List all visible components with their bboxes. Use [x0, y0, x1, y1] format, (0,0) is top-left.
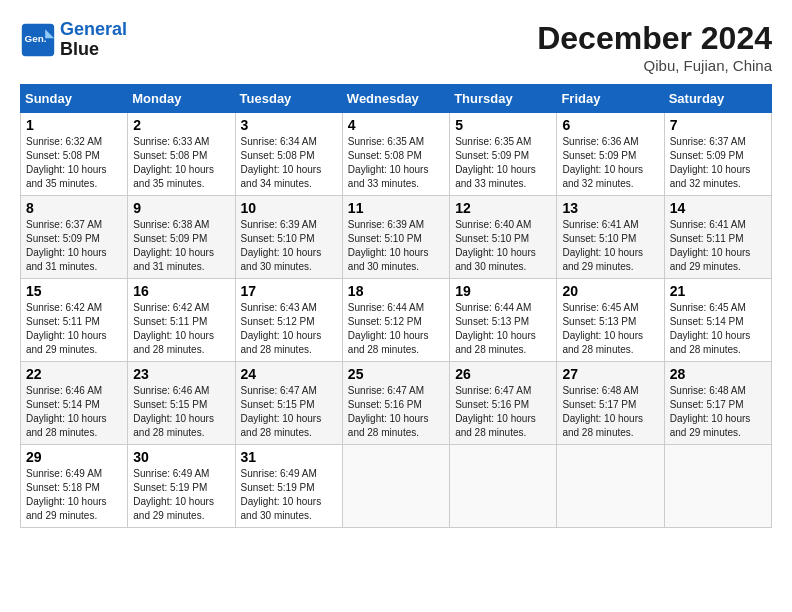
day-number: 12: [455, 200, 551, 216]
empty-cell: [450, 445, 557, 528]
day-number: 24: [241, 366, 337, 382]
calendar-day: 10 Sunrise: 6:39 AMSunset: 5:10 PMDaylig…: [235, 196, 342, 279]
day-number: 16: [133, 283, 229, 299]
day-number: 20: [562, 283, 658, 299]
day-info: Sunrise: 6:42 AMSunset: 5:11 PMDaylight:…: [26, 302, 107, 355]
day-number: 30: [133, 449, 229, 465]
calendar-day: 18 Sunrise: 6:44 AMSunset: 5:12 PMDaylig…: [342, 279, 449, 362]
day-info: Sunrise: 6:43 AMSunset: 5:12 PMDaylight:…: [241, 302, 322, 355]
day-number: 23: [133, 366, 229, 382]
day-info: Sunrise: 6:47 AMSunset: 5:16 PMDaylight:…: [348, 385, 429, 438]
calendar-day: 15 Sunrise: 6:42 AMSunset: 5:11 PMDaylig…: [21, 279, 128, 362]
calendar-day: 1 Sunrise: 6:32 AMSunset: 5:08 PMDayligh…: [21, 113, 128, 196]
day-info: Sunrise: 6:37 AMSunset: 5:09 PMDaylight:…: [670, 136, 751, 189]
day-info: Sunrise: 6:49 AMSunset: 5:19 PMDaylight:…: [133, 468, 214, 521]
day-info: Sunrise: 6:47 AMSunset: 5:15 PMDaylight:…: [241, 385, 322, 438]
calendar-day: 31 Sunrise: 6:49 AMSunset: 5:19 PMDaylig…: [235, 445, 342, 528]
day-info: Sunrise: 6:47 AMSunset: 5:16 PMDaylight:…: [455, 385, 536, 438]
calendar-day: 4 Sunrise: 6:35 AMSunset: 5:08 PMDayligh…: [342, 113, 449, 196]
calendar-day: 9 Sunrise: 6:38 AMSunset: 5:09 PMDayligh…: [128, 196, 235, 279]
day-number: 21: [670, 283, 766, 299]
day-number: 2: [133, 117, 229, 133]
day-info: Sunrise: 6:48 AMSunset: 5:17 PMDaylight:…: [670, 385, 751, 438]
day-number: 5: [455, 117, 551, 133]
calendar-day: 17 Sunrise: 6:43 AMSunset: 5:12 PMDaylig…: [235, 279, 342, 362]
day-number: 17: [241, 283, 337, 299]
calendar-day: 8 Sunrise: 6:37 AMSunset: 5:09 PMDayligh…: [21, 196, 128, 279]
day-info: Sunrise: 6:45 AMSunset: 5:14 PMDaylight:…: [670, 302, 751, 355]
day-info: Sunrise: 6:45 AMSunset: 5:13 PMDaylight:…: [562, 302, 643, 355]
day-number: 10: [241, 200, 337, 216]
logo-icon: Gen.: [20, 22, 56, 58]
calendar-table: SundayMondayTuesdayWednesdayThursdayFrid…: [20, 84, 772, 528]
day-of-week-header: Monday: [128, 85, 235, 113]
day-number: 31: [241, 449, 337, 465]
calendar-day: 20 Sunrise: 6:45 AMSunset: 5:13 PMDaylig…: [557, 279, 664, 362]
calendar-day: 11 Sunrise: 6:39 AMSunset: 5:10 PMDaylig…: [342, 196, 449, 279]
calendar-day: 6 Sunrise: 6:36 AMSunset: 5:09 PMDayligh…: [557, 113, 664, 196]
calendar-day: 30 Sunrise: 6:49 AMSunset: 5:19 PMDaylig…: [128, 445, 235, 528]
calendar-day: 16 Sunrise: 6:42 AMSunset: 5:11 PMDaylig…: [128, 279, 235, 362]
day-info: Sunrise: 6:39 AMSunset: 5:10 PMDaylight:…: [348, 219, 429, 272]
day-info: Sunrise: 6:35 AMSunset: 5:09 PMDaylight:…: [455, 136, 536, 189]
calendar-day: 7 Sunrise: 6:37 AMSunset: 5:09 PMDayligh…: [664, 113, 771, 196]
calendar-title: December 2024: [537, 20, 772, 57]
calendar-day: 13 Sunrise: 6:41 AMSunset: 5:10 PMDaylig…: [557, 196, 664, 279]
calendar-day: 26 Sunrise: 6:47 AMSunset: 5:16 PMDaylig…: [450, 362, 557, 445]
calendar-day: 3 Sunrise: 6:34 AMSunset: 5:08 PMDayligh…: [235, 113, 342, 196]
day-number: 19: [455, 283, 551, 299]
day-number: 22: [26, 366, 122, 382]
logo-line2: Blue: [60, 40, 127, 60]
day-info: Sunrise: 6:33 AMSunset: 5:08 PMDaylight:…: [133, 136, 214, 189]
day-number: 28: [670, 366, 766, 382]
header: Gen. General Blue December 2024 Qibu, Fu…: [20, 20, 772, 74]
day-number: 1: [26, 117, 122, 133]
calendar-day: 24 Sunrise: 6:47 AMSunset: 5:15 PMDaylig…: [235, 362, 342, 445]
day-number: 6: [562, 117, 658, 133]
day-number: 14: [670, 200, 766, 216]
calendar-day: 14 Sunrise: 6:41 AMSunset: 5:11 PMDaylig…: [664, 196, 771, 279]
day-number: 7: [670, 117, 766, 133]
day-info: Sunrise: 6:49 AMSunset: 5:19 PMDaylight:…: [241, 468, 322, 521]
day-info: Sunrise: 6:42 AMSunset: 5:11 PMDaylight:…: [133, 302, 214, 355]
empty-cell: [557, 445, 664, 528]
day-number: 3: [241, 117, 337, 133]
day-number: 25: [348, 366, 444, 382]
day-of-week-header: Thursday: [450, 85, 557, 113]
day-info: Sunrise: 6:32 AMSunset: 5:08 PMDaylight:…: [26, 136, 107, 189]
calendar-day: 5 Sunrise: 6:35 AMSunset: 5:09 PMDayligh…: [450, 113, 557, 196]
day-info: Sunrise: 6:49 AMSunset: 5:18 PMDaylight:…: [26, 468, 107, 521]
day-number: 29: [26, 449, 122, 465]
day-number: 4: [348, 117, 444, 133]
calendar-day: 28 Sunrise: 6:48 AMSunset: 5:17 PMDaylig…: [664, 362, 771, 445]
day-number: 8: [26, 200, 122, 216]
empty-cell: [664, 445, 771, 528]
day-number: 13: [562, 200, 658, 216]
day-info: Sunrise: 6:36 AMSunset: 5:09 PMDaylight:…: [562, 136, 643, 189]
day-info: Sunrise: 6:40 AMSunset: 5:10 PMDaylight:…: [455, 219, 536, 272]
day-of-week-header: Friday: [557, 85, 664, 113]
day-info: Sunrise: 6:34 AMSunset: 5:08 PMDaylight:…: [241, 136, 322, 189]
day-info: Sunrise: 6:46 AMSunset: 5:14 PMDaylight:…: [26, 385, 107, 438]
day-number: 26: [455, 366, 551, 382]
day-info: Sunrise: 6:35 AMSunset: 5:08 PMDaylight:…: [348, 136, 429, 189]
day-number: 11: [348, 200, 444, 216]
day-info: Sunrise: 6:38 AMSunset: 5:09 PMDaylight:…: [133, 219, 214, 272]
day-number: 18: [348, 283, 444, 299]
day-info: Sunrise: 6:46 AMSunset: 5:15 PMDaylight:…: [133, 385, 214, 438]
day-of-week-header: Wednesday: [342, 85, 449, 113]
day-number: 9: [133, 200, 229, 216]
day-info: Sunrise: 6:37 AMSunset: 5:09 PMDaylight:…: [26, 219, 107, 272]
empty-cell: [342, 445, 449, 528]
day-number: 27: [562, 366, 658, 382]
calendar-day: 29 Sunrise: 6:49 AMSunset: 5:18 PMDaylig…: [21, 445, 128, 528]
day-of-week-header: Tuesday: [235, 85, 342, 113]
calendar-day: 19 Sunrise: 6:44 AMSunset: 5:13 PMDaylig…: [450, 279, 557, 362]
day-info: Sunrise: 6:48 AMSunset: 5:17 PMDaylight:…: [562, 385, 643, 438]
calendar-day: 21 Sunrise: 6:45 AMSunset: 5:14 PMDaylig…: [664, 279, 771, 362]
title-block: December 2024 Qibu, Fujian, China: [537, 20, 772, 74]
calendar-day: 23 Sunrise: 6:46 AMSunset: 5:15 PMDaylig…: [128, 362, 235, 445]
calendar-subtitle: Qibu, Fujian, China: [537, 57, 772, 74]
day-info: Sunrise: 6:41 AMSunset: 5:11 PMDaylight:…: [670, 219, 751, 272]
calendar-day: 25 Sunrise: 6:47 AMSunset: 5:16 PMDaylig…: [342, 362, 449, 445]
